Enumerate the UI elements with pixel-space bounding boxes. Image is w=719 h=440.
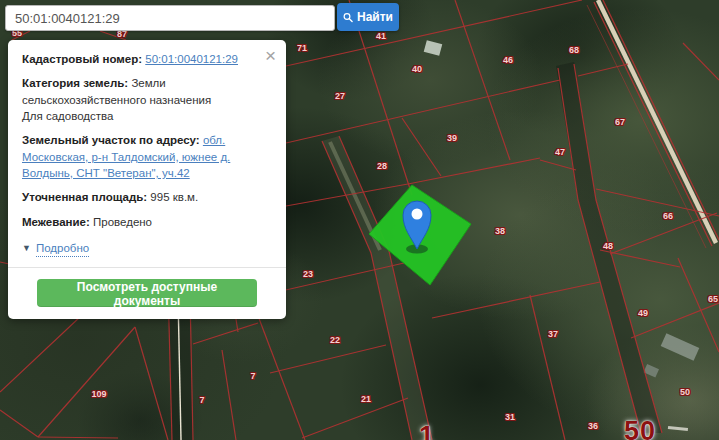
search-icon xyxy=(343,11,353,24)
cadastral-number-row: Кадастровый номер: 50:01:0040121:29 xyxy=(22,51,272,67)
land-use-value: Для садоводства xyxy=(22,110,113,122)
pin-dot xyxy=(412,209,423,220)
survey-row: Межевание: Проведено xyxy=(22,214,272,230)
details-toggle[interactable]: ▼ Подробно xyxy=(22,240,89,257)
divider xyxy=(8,267,286,268)
search-button[interactable]: Найти xyxy=(337,3,399,31)
chevron-down-icon: ▼ xyxy=(22,242,31,255)
land-category-label: Категория земель: xyxy=(22,77,128,89)
area-row: Уточненная площадь: 995 кв.м. xyxy=(22,189,272,205)
search-input[interactable] xyxy=(5,5,335,31)
close-icon[interactable]: × xyxy=(265,46,276,65)
land-category-row: Категория земель: Земли сельскохозяйстве… xyxy=(22,75,272,108)
land-use-row: Для садоводства xyxy=(22,108,272,124)
address-label: Земельный участок по адресу: xyxy=(22,134,200,146)
view-documents-button[interactable]: Посмотреть доступные документы xyxy=(37,279,257,307)
area-label: Уточненная площадь: xyxy=(22,191,147,203)
dirt-road xyxy=(598,0,716,243)
survey-value: Проведено xyxy=(93,216,152,228)
cadastral-number-label: Кадастровый номер: xyxy=(22,53,142,65)
cadastral-number-link[interactable]: 50:01:0040121:29 xyxy=(145,53,238,65)
search-button-label: Найти xyxy=(357,10,393,24)
survey-label: Межевание: xyxy=(22,216,90,228)
details-label: Подробно xyxy=(36,240,89,257)
address-row: Земельный участок по адресу: обл. Москов… xyxy=(22,132,272,181)
parcel-info-popup: × Кадастровый номер: 50:01:0040121:29 Ка… xyxy=(8,40,286,319)
map-canvas[interactable]: 5587714140274668392847676648654938371081… xyxy=(0,0,719,440)
area-value: 995 кв.м. xyxy=(150,191,198,203)
